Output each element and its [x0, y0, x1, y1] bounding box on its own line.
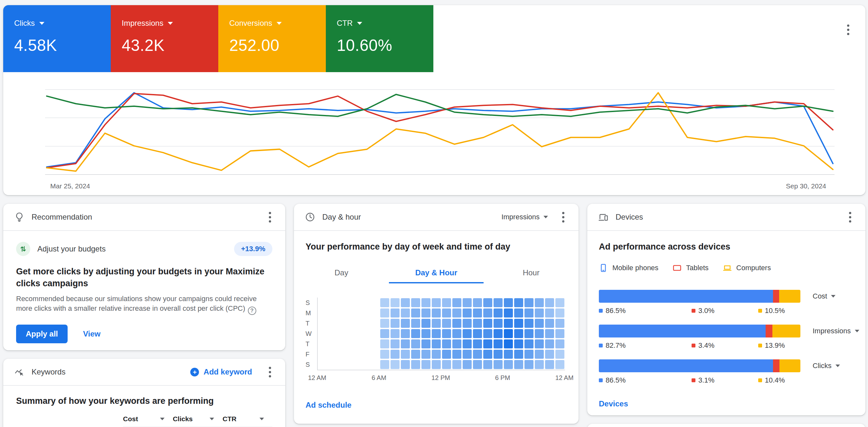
heatmap-cell: [524, 308, 533, 317]
help-icon[interactable]: ?: [248, 307, 256, 315]
heatmap-cell: [349, 360, 358, 369]
legend-label: Mobile phones: [612, 264, 658, 272]
heatmap-cell: [494, 319, 503, 328]
metric-tab-ctr[interactable]: CTR 10.60%: [326, 5, 433, 72]
heatmap-cell: [483, 339, 492, 348]
heatmap-cell: [452, 298, 461, 307]
pct-tablet: 3.0%: [691, 307, 714, 315]
day-label: T: [306, 318, 317, 329]
more-options-icon[interactable]: [559, 209, 568, 225]
heatmap-cell: [349, 350, 358, 359]
heatmap-cell: [380, 298, 389, 307]
heatmap-cell: [349, 329, 358, 338]
bar-metric-dropdown[interactable]: Clicks: [813, 362, 840, 370]
heatmap-cell: [452, 329, 461, 338]
heatmap-cell: [370, 360, 379, 369]
tab-day-and-hour[interactable]: Day & Hour: [389, 264, 484, 283]
heatmap-cell: [535, 360, 544, 369]
metric-tab-label: Impressions: [122, 19, 163, 28]
metric-tab-label: Clicks: [14, 19, 35, 28]
heatmap-cell: [360, 298, 369, 307]
bar-segment-mobile-phones: [599, 325, 766, 337]
column-select-cost[interactable]: Cost: [123, 415, 173, 423]
heatmap-cell: [555, 339, 564, 348]
line-series-clicks: [47, 93, 833, 167]
add-keyword-button[interactable]: + Add keyword: [190, 367, 252, 376]
devices-headline: Ad performance across devices: [599, 242, 854, 252]
day-hour-tabs: Day Day & Hour Hour: [294, 264, 579, 283]
heatmap-cell: [483, 329, 492, 338]
heatmap-cell: [504, 298, 513, 307]
more-options-icon[interactable]: [844, 22, 852, 38]
metric-tab-conversions[interactable]: Conversions 252.00: [218, 5, 326, 72]
keywords-icon: [14, 367, 25, 377]
metric-dropdown[interactable]: Impressions: [501, 213, 548, 221]
plus-icon: +: [190, 368, 199, 376]
heatmap-cell: [545, 319, 554, 328]
day-label: F: [306, 349, 317, 359]
heatmap-cell: [483, 350, 492, 359]
heatmap-cell: [545, 298, 554, 307]
view-link[interactable]: View: [83, 329, 100, 338]
bar-metric-dropdown[interactable]: Impressions: [813, 327, 859, 335]
bar-metric-dropdown[interactable]: Cost: [813, 292, 835, 300]
heatmap-cell: [339, 350, 348, 359]
heatmap-cell: [411, 319, 420, 328]
heatmap-cell: [432, 298, 441, 307]
apply-all-button[interactable]: Apply all: [16, 325, 68, 343]
heatmap-cell: [514, 360, 523, 369]
day-label: W: [306, 329, 317, 339]
clock-icon: [305, 212, 315, 222]
heatmap-cell: [391, 319, 400, 328]
day-hour-card-header: Day & hour Impressions: [294, 204, 579, 231]
heatmap-cell: [473, 339, 482, 348]
heatmap-cell: [432, 308, 441, 317]
metric-tabs: Clicks 4.58K Impressions 43.2K Conversio…: [3, 5, 865, 72]
heatmap-cell: [391, 329, 400, 338]
tab-day[interactable]: Day: [294, 264, 389, 283]
heatmap-cell: [463, 319, 472, 328]
ad-schedule-link[interactable]: Ad schedule: [306, 401, 351, 409]
hour-tick: 12 PM: [431, 374, 450, 382]
pct-computer: 10.5%: [758, 307, 785, 315]
recommendation-item: Adjust your budgets +13.9%: [16, 242, 272, 256]
recommendation-headline: Get more clicks by adjusting your budget…: [16, 266, 272, 289]
column-select-ctr[interactable]: CTR: [222, 415, 272, 423]
more-options-icon[interactable]: [846, 209, 855, 225]
heatmap-cell: [432, 350, 441, 359]
heatmap-cell: [422, 298, 430, 307]
heatmap-cell: [504, 339, 513, 348]
heatmap-cell: [349, 319, 358, 328]
metric-tab-clicks[interactable]: Clicks 4.58K: [3, 5, 111, 72]
metric-tab-label: Conversions: [229, 19, 272, 28]
heatmap-cell: [432, 329, 441, 338]
more-options-icon[interactable]: [266, 209, 274, 225]
heatmap-cell: [452, 339, 461, 348]
heatmap-cell: [524, 319, 533, 328]
heatmap-cell: [442, 308, 451, 317]
heatmap-cell: [401, 360, 410, 369]
chevron-down-icon: [855, 330, 859, 332]
devices-link[interactable]: Devices: [599, 399, 628, 408]
heatmap-cell: [391, 350, 400, 359]
pct-computer: 10.4%: [758, 376, 785, 385]
device-bar-row-clicks: Clicks 86.5% 3.1% 10.4%: [599, 359, 854, 385]
heatmap-cell: [411, 339, 420, 348]
card-title: Devices: [616, 213, 643, 221]
chevron-down-icon: [160, 418, 164, 420]
card-title: Day & hour: [322, 213, 361, 221]
metric-tab-impressions[interactable]: Impressions 43.2K: [111, 5, 218, 72]
heatmap-cell: [442, 319, 451, 328]
heatmap-cell: [339, 360, 348, 369]
column-select-clicks[interactable]: Clicks: [173, 415, 223, 423]
heatmap-cell: [401, 350, 410, 359]
day-label: S: [306, 359, 317, 370]
tab-hour[interactable]: Hour: [484, 264, 579, 283]
heatmap-cell: [494, 350, 503, 359]
heatmap-cell: [329, 339, 338, 348]
pct-mobile: 86.5%: [599, 376, 626, 385]
lightbulb-icon: [14, 212, 25, 222]
heatmap-cell: [463, 360, 472, 369]
more-options-icon[interactable]: [266, 364, 274, 380]
phone-icon: [599, 264, 608, 272]
